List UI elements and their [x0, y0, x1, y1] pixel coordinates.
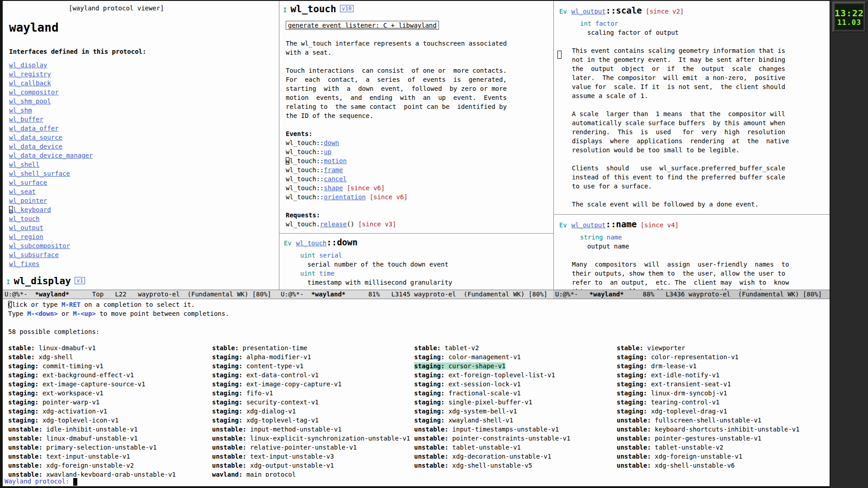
interface-link-text[interactable]: wl_data_device_manager [9, 152, 93, 159]
interface-link-text[interactable]: wl_fixes [9, 260, 39, 267]
completion-item-text-input-unstable-v3[interactable]: unstable: text-input-unstable-v3 [212, 452, 414, 461]
completion-item-ext-idle-notify-v1[interactable]: staging: ext-idle-notify-v1 [617, 371, 830, 380]
event-name-link[interactable]: orientation [324, 193, 366, 201]
completion-item-alpha-modifier-v1[interactable]: staging: alpha-modifier-v1 [212, 352, 414, 361]
completion-item-xdg-toplevel-tag-v1[interactable]: staging: xdg-toplevel-tag-v1 [212, 416, 414, 425]
completion-item-fractional-scale-v1[interactable]: staging: fractional-scale-v1 [414, 389, 617, 398]
completion-item-color-management-v1[interactable]: staging: color-management-v1 [414, 352, 617, 361]
completion-item-xdg-foreign-unstable-v2[interactable]: unstable: xdg-foreign-unstable-v2 [8, 461, 212, 470]
completion-item-ext-session-lock-v1[interactable]: staging: ext-session-lock-v1 [414, 380, 617, 389]
event-name-link[interactable]: up [324, 148, 331, 155]
interface-link-wl_subsurface[interactable]: wl_subsurface [9, 250, 279, 259]
completion-item-linux-drm-syncobj-v1[interactable]: staging: linux-drm-syncobj-v1 [617, 389, 830, 398]
version-badge[interactable]: v10 [340, 5, 354, 12]
completion-item-content-type-v1[interactable]: staging: content-type-v1 [212, 361, 414, 371]
interface-link-wl_pointer[interactable]: wl_pointer [9, 196, 279, 205]
completion-item-xdg-shell-unstable-v5[interactable]: unstable: xdg-shell-unstable-v5 [414, 461, 617, 470]
completion-item-xdg-activation-v1[interactable]: staging: xdg-activation-v1 [8, 407, 212, 416]
interface-link-text[interactable]: wl_shell [9, 161, 39, 168]
completion-item-xdg-shell-unstable-v6[interactable]: unstable: xdg-shell-unstable-v6 [617, 461, 830, 470]
event-row-cancel[interactable]: wl_touch::cancel [286, 174, 553, 183]
event-name-link[interactable]: shape [324, 184, 343, 192]
completion-item-ext-image-copy-capture-v1[interactable]: staging: ext-image-copy-capture-v1 [212, 380, 414, 389]
event-name-link[interactable]: frame [324, 166, 343, 174]
interface-link-text[interactable]: wl_compositor [9, 89, 59, 96]
completion-item-text-input-unstable-v1[interactable]: unstable: text-input-unstable-v1 [8, 452, 212, 461]
completion-item-xdg-output-unstable-v1[interactable]: unstable: xdg-output-unstable-v1 [212, 461, 414, 470]
completion-item-cursor-shape-v1[interactable]: staging: cursor-shape-v1 [414, 361, 617, 371]
interface-link-text[interactable]: wl_surface [9, 179, 47, 186]
event-row-shape[interactable]: wl_touch::shape [since v6] [286, 183, 553, 192]
completion-item-xdg-system-bell-v1[interactable]: staging: xdg-system-bell-v1 [414, 407, 617, 416]
event-row-down[interactable]: wl_touch::down [286, 138, 553, 147]
completion-item-single-pixel-buffer-v1[interactable]: staging: single-pixel-buffer-v1 [414, 398, 617, 407]
generate-listener-button[interactable]: generate event listener: C + libwayland [286, 21, 439, 30]
interface-link-wl_region[interactable]: wl_region [9, 232, 279, 241]
event-row-orientation[interactable]: wl_touch::orientation [since v6] [286, 192, 553, 202]
interface-link-wl_data_offer[interactable]: wl_data_offer [9, 124, 279, 133]
completion-item-security-context-v1[interactable]: staging: security-context-v1 [212, 398, 414, 407]
completion-item-ext-background-effect-v1[interactable]: staging: ext-background-effect-v1 [8, 371, 212, 380]
interface-link-wl_surface[interactable]: wl_surface [9, 178, 279, 187]
completion-item-ext-foreign-toplevel-list-v1[interactable]: staging: ext-foreign-toplevel-list-v1 [414, 371, 617, 380]
interface-link[interactable]: wl_touch [296, 239, 326, 247]
interface-link-text[interactable]: wl_subcompositor [9, 242, 70, 249]
interface-link-text[interactable]: wl_keyboard [9, 206, 51, 213]
completion-item-pointer-warp-v1[interactable]: staging: pointer-warp-v1 [8, 398, 212, 407]
completion-item-tearing-control-v1[interactable]: staging: tearing-control-v1 [617, 398, 830, 407]
interface-link-text[interactable]: wl_touch [9, 215, 39, 222]
interface-link-wl_display[interactable]: wl_display [9, 61, 279, 70]
completion-item-xdg-toplevel-icon-v1[interactable]: staging: xdg-toplevel-icon-v1 [8, 416, 212, 425]
interface-link-text[interactable]: wl_shm_pool [9, 98, 51, 105]
interface-link-text[interactable]: wl_registry [9, 70, 51, 78]
completion-item-drm-lease-v1[interactable]: staging: drm-lease-v1 [617, 361, 830, 371]
interface-link[interactable]: wl_output [571, 8, 606, 15]
interface-link-wl_output[interactable]: wl_output [9, 223, 279, 232]
request-row-release[interactable]: wl_touch.release() [since v3] [286, 220, 553, 229]
interface-link-wl_fixes[interactable]: wl_fixes [9, 259, 279, 268]
completion-item-ext-transient-seat-v1[interactable]: staging: ext-transient-seat-v1 [617, 380, 830, 389]
interface-link-wl_subcompositor[interactable]: wl_subcompositor [9, 241, 279, 250]
completion-item-xdg-toplevel-drag-v1[interactable]: staging: xdg-toplevel-drag-v1 [617, 407, 830, 416]
interface-link-wl_shell_surface[interactable]: wl_shell_surface [9, 169, 279, 178]
completion-item-primary-selection-unstable-v1[interactable]: unstable: primary-selection-unstable-v1 [8, 443, 212, 452]
interface-link-wl_shell[interactable]: wl_shell [9, 160, 279, 169]
completion-item-fifo-v1[interactable]: staging: fifo-v1 [212, 389, 414, 398]
completion-item-color-representation-v1[interactable]: staging: color-representation-v1 [617, 352, 830, 361]
completion-item-viewporter[interactable]: stable: viewporter [617, 343, 830, 352]
interface-link-text[interactable]: wl_data_offer [9, 125, 59, 132]
event-row-up[interactable]: wl_touch::up [286, 147, 553, 156]
completion-item-tablet-unstable-v2[interactable]: unstable: tablet-unstable-v2 [617, 443, 830, 452]
completion-item-mainprotocol[interactable]: wayland: main protocol [212, 470, 414, 477]
completion-item-idle-inhibit-unstable-v1[interactable]: unstable: idle-inhibit-unstable-v1 [8, 425, 212, 434]
event-row-motion[interactable]: wl_touch::motion [286, 156, 553, 165]
completion-item-input-method-unstable-v1[interactable]: unstable: input-method-unstable-v1 [212, 425, 414, 434]
event-row-frame[interactable]: wl_touch::frame [286, 165, 553, 174]
interface-link-wl_shm_pool[interactable]: wl_shm_pool [9, 97, 279, 106]
completion-item-xdg-foreign-unstable-v1[interactable]: unstable: xdg-foreign-unstable-v1 [617, 452, 830, 461]
event-name-link[interactable]: down [324, 139, 339, 146]
version-badge[interactable]: v1 [75, 277, 85, 284]
event-name-link[interactable]: motion [324, 157, 347, 164]
completion-item-commit-timing-v1[interactable]: staging: commit-timing-v1 [8, 361, 212, 371]
interface-link-text[interactable]: wl_region [9, 233, 43, 240]
completion-item-linux-explicit-synchronization-unstable-v1[interactable]: unstable: linux-explicit-synchronization… [212, 434, 414, 443]
completion-item-pointer-constraints-unstable-v1[interactable]: unstable: pointer-constraints-unstable-v… [414, 434, 617, 443]
interface-link[interactable]: wl_output [571, 221, 606, 229]
event-name-link[interactable]: cancel [324, 175, 347, 183]
interface-link-wl_shm[interactable]: wl_shm [9, 106, 279, 115]
interface-link-text[interactable]: wl_seat [9, 188, 36, 195]
interface-link-text[interactable]: wl_buffer [9, 116, 43, 123]
interface-link-text[interactable]: wl_output [9, 224, 43, 231]
interface-link-text[interactable]: wl_data_device [9, 143, 62, 150]
interface-link-text[interactable]: wl_data_source [9, 134, 62, 141]
completion-item-xdg-decoration-unstable-v1[interactable]: unstable: xdg-decoration-unstable-v1 [414, 452, 617, 461]
completion-item-keyboard-shortcuts-inhibit-unstable-v1[interactable]: unstable: keyboard-shortcuts-inhibit-uns… [617, 425, 830, 434]
interface-link-wl_keyboard[interactable]: wl_keyboard [9, 205, 279, 214]
completion-item-ext-data-control-v1[interactable]: staging: ext-data-control-v1 [212, 371, 414, 380]
interface-link-text[interactable]: wl_display [9, 61, 47, 69]
completion-item-ext-image-capture-source-v1[interactable]: staging: ext-image-capture-source-v1 [8, 380, 212, 389]
completion-item-xdg-dialog-v1[interactable]: staging: xdg-dialog-v1 [212, 407, 414, 416]
interface-link-text[interactable]: wl_subsurface [9, 251, 59, 258]
interface-link-wl_compositor[interactable]: wl_compositor [9, 88, 279, 97]
